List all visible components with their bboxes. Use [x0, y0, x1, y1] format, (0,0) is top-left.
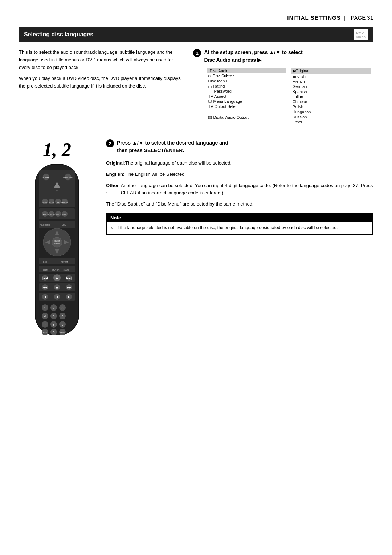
svg-text:AUDIO: AUDIO — [43, 214, 48, 215]
svg-text:PROG: PROG — [60, 332, 65, 333]
menu-option-italian: Italian — [291, 94, 371, 99]
left-description: This is to select the audio soundtrack l… — [19, 49, 182, 132]
text-section: 2 Press ▲/▼ to select the desired langua… — [106, 139, 373, 342]
step2-text: Press ▲/▼ to select the desired language… — [117, 139, 228, 154]
menu-option-spanish: Spanish — [291, 89, 371, 94]
svg-text:ZOOM: ZOOM — [43, 269, 48, 271]
svg-text:6: 6 — [61, 315, 63, 318]
svg-text:SEARCH: SEARCH — [64, 269, 70, 271]
svg-text:OPEN/CLOSE: OPEN/CLOSE — [63, 177, 73, 178]
menu-item-digital-audio: Digital Audio Output — [207, 115, 286, 120]
svg-text:SURR.: SURR. — [62, 214, 67, 215]
svg-text:|▶: |▶ — [68, 296, 71, 299]
svg-text:2: 2 — [53, 306, 54, 310]
menu-option-polish: Polish — [291, 104, 371, 109]
svg-text:0: 0 — [53, 331, 54, 334]
svg-text:MARKER: MARKER — [52, 269, 60, 271]
svg-text:A-B: A-B — [57, 201, 60, 203]
menu-item-spacer — [207, 109, 286, 115]
step2-block: 2 Press ▲/▼ to select the desired langua… — [106, 139, 373, 154]
menu-item-rating: Rating — [207, 84, 286, 89]
svg-text:SETUP: SETUP — [42, 201, 48, 203]
svg-text:8: 8 — [53, 323, 54, 327]
description-original: Original:The original language of each d… — [106, 159, 373, 167]
svg-text:1: 1 — [44, 306, 46, 310]
svg-text:CLR: CLR — [43, 331, 47, 333]
section-title: Selecting disc languages — [24, 31, 93, 38]
note-content: ○ If the language selected is not availa… — [107, 222, 372, 234]
svg-text:ENTER: ENTER — [54, 242, 60, 244]
svg-text:▶▶|: ▶▶| — [66, 276, 72, 280]
svg-text:▲: ▲ — [56, 189, 58, 191]
svg-text:3: 3 — [61, 306, 63, 310]
desc-para1: This is to select the audio soundtrack l… — [19, 49, 182, 71]
menu-item-tv-aspect: TV Aspect — [207, 94, 286, 99]
svg-text:◀◀: ◀◀ — [43, 286, 48, 289]
desc-para2: When you play back a DVD video disc, the… — [19, 75, 182, 90]
menu-row: Disc Audio ⊙ Disc Subtitle Disc Menu Rat… — [204, 68, 373, 125]
menu-option-english: English — [291, 74, 371, 79]
note-header: Note — [107, 214, 372, 222]
svg-text:⏸: ⏸ — [44, 295, 46, 299]
note-bullet: ○ — [111, 225, 114, 231]
menu-option-other: Other — [291, 119, 371, 125]
menu-option-chinese: Chinese — [291, 99, 371, 104]
svg-rect-2 — [208, 116, 212, 119]
svg-rect-1 — [208, 100, 212, 102]
lock-icon — [208, 84, 212, 88]
digital-audio-icon — [208, 116, 212, 119]
svg-text:4: 4 — [44, 315, 46, 318]
menu-item-tv-output: TV Output Select — [207, 104, 286, 109]
menu-option-original: ▶Original — [291, 68, 371, 74]
menu-item-disc-menu: Disc Menu — [207, 78, 286, 84]
svg-text:▶▶: ▶▶ — [67, 286, 72, 289]
svg-rect-0 — [209, 86, 211, 88]
svg-text:▶: ▶ — [56, 276, 58, 280]
description-other: Other : Another language can be selected… — [106, 182, 373, 197]
svg-text:9: 9 — [61, 323, 63, 327]
svg-text:SUBTITLE: SUBTITLE — [48, 214, 55, 215]
svg-text:■: ■ — [56, 286, 58, 289]
svg-text:MENU: MENU — [62, 224, 68, 226]
section-heading: Selecting disc languages DVD VIDEO — [19, 27, 373, 42]
menu-item-menu-language: Menu Language — [207, 99, 286, 104]
svg-text:SELECT: SELECT — [54, 240, 60, 242]
remote-section: 1, 2 POWER OPEN/CLOSE ▲ SE — [19, 139, 95, 342]
svg-text:RANDOM: RANDOM — [61, 201, 68, 203]
menu-display: Disc Audio ⊙ Disc Subtitle Disc Menu Rat… — [204, 68, 373, 125]
remote-control-image: POWER OPEN/CLOSE ▲ SETUP REPEAT A-B RAND… — [26, 164, 88, 342]
svg-text:5: 5 — [53, 315, 54, 318]
menu-item-password: Password — [207, 89, 286, 94]
svg-text:RETURN: RETURN — [61, 261, 69, 263]
svg-text:OSD: OSD — [43, 261, 47, 263]
step1-block: 1 At the setup screen, press ▲/▼ to sele… — [193, 49, 373, 125]
note-text: If the language selected is not availabl… — [117, 224, 338, 231]
header-title: INITIAL SETTINGS — [287, 15, 340, 21]
step1-text: At the setup screen, press ▲/▼ to select… — [204, 49, 302, 64]
header-separator: | — [344, 15, 345, 21]
menu-option-german: German — [291, 84, 371, 89]
step2-number: 2 — [106, 139, 114, 147]
svg-text:◀|: ◀| — [56, 296, 58, 299]
svg-text:REPEAT: REPEAT — [49, 201, 54, 203]
page-header: INITIAL SETTINGS | PAGE 31 — [19, 15, 373, 23]
speech-icon — [208, 100, 212, 104]
menu-item-disc-audio-highlighted: Disc Audio — [207, 68, 286, 73]
svg-text:TOP MENU: TOP MENU — [40, 224, 50, 226]
note-box: Note ○ If the language selected is not a… — [106, 213, 373, 235]
description-english: English: The English will be Selected. — [106, 171, 373, 178]
header-page: PAGE 31 — [351, 15, 373, 21]
svg-text:7: 7 — [44, 323, 46, 327]
svg-text:ANGLE: ANGLE — [56, 214, 61, 215]
svg-text:POWER: POWER — [43, 176, 50, 178]
label-1-2: 1, 2 — [43, 139, 71, 161]
menu-option-russian: Russian — [291, 114, 371, 119]
menu-item-disc-subtitle: ⊙ Disc Subtitle — [207, 73, 286, 78]
menu-option-french: French — [291, 79, 371, 84]
disc-subtitle-note: The "Disc Subtitle" and "Disc Menu" are … — [106, 200, 373, 208]
dvd-logo: DVD VIDEO — [354, 29, 368, 40]
svg-text:|◀◀: |◀◀ — [42, 276, 48, 280]
svg-rect-11 — [54, 187, 60, 188]
step1-number: 1 — [193, 49, 201, 57]
menu-option-hungarian: Hungarian — [291, 109, 371, 114]
